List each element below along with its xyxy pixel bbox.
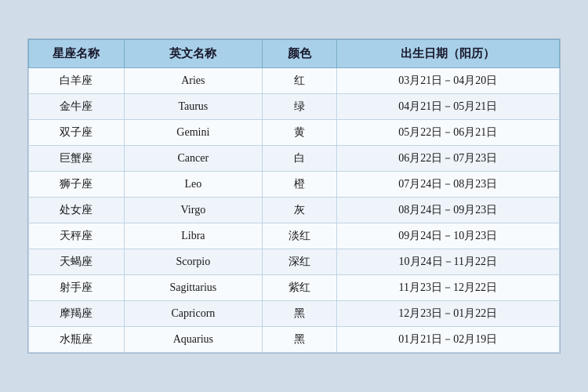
cell-date: 05月22日－06月21日	[336, 120, 559, 146]
cell-color: 深红	[262, 249, 336, 275]
table-row: 金牛座Taurus绿04月21日－05月21日	[29, 94, 560, 120]
cell-chinese: 双子座	[29, 120, 125, 146]
cell-date: 10月24日－11月22日	[336, 249, 559, 275]
cell-english: Scorpio	[124, 249, 262, 275]
cell-color: 紫红	[262, 275, 336, 301]
cell-date: 06月22日－07月23日	[336, 146, 559, 172]
cell-chinese: 狮子座	[29, 172, 125, 198]
cell-color: 灰	[262, 198, 336, 223]
cell-color: 黄	[262, 120, 336, 146]
table-row: 摩羯座Capricorn黑12月23日－01月22日	[29, 301, 560, 327]
cell-color: 黑	[262, 301, 336, 327]
cell-chinese: 处女座	[29, 198, 125, 223]
cell-color: 绿	[262, 94, 336, 120]
table-row: 水瓶座Aquarius黑01月21日－02月19日	[29, 327, 560, 353]
table-header-row: 星座名称 英文名称 颜色 出生日期（阳历）	[29, 40, 560, 68]
cell-color: 白	[262, 146, 336, 172]
header-date: 出生日期（阳历）	[336, 40, 559, 68]
zodiac-table: 星座名称 英文名称 颜色 出生日期（阳历） 白羊座Aries红03月21日－04…	[28, 39, 560, 353]
cell-chinese: 金牛座	[29, 94, 125, 120]
header-english: 英文名称	[124, 40, 262, 68]
cell-english: Taurus	[124, 94, 262, 120]
cell-chinese: 白羊座	[29, 68, 125, 94]
cell-english: Sagittarius	[124, 275, 262, 301]
table-row: 射手座Sagittarius紫红11月23日－12月22日	[29, 275, 560, 301]
cell-chinese: 水瓶座	[29, 327, 125, 353]
table-row: 处女座Virgo灰08月24日－09月23日	[29, 198, 560, 223]
cell-date: 09月24日－10月23日	[336, 223, 559, 249]
table-row: 狮子座Leo橙07月24日－08月23日	[29, 172, 560, 198]
cell-date: 12月23日－01月22日	[336, 301, 559, 327]
cell-chinese: 天蝎座	[29, 249, 125, 275]
cell-english: Aries	[124, 68, 262, 94]
table-row: 天秤座Libra淡红09月24日－10月23日	[29, 223, 560, 249]
table-row: 巨蟹座Cancer白06月22日－07月23日	[29, 146, 560, 172]
cell-chinese: 天秤座	[29, 223, 125, 249]
cell-date: 08月24日－09月23日	[336, 198, 559, 223]
cell-date: 11月23日－12月22日	[336, 275, 559, 301]
zodiac-table-container: 星座名称 英文名称 颜色 出生日期（阳历） 白羊座Aries红03月21日－04…	[27, 38, 561, 354]
cell-color: 橙	[262, 172, 336, 198]
cell-english: Libra	[124, 223, 262, 249]
header-chinese: 星座名称	[29, 40, 125, 68]
header-color: 颜色	[262, 40, 336, 68]
cell-color: 黑	[262, 327, 336, 353]
cell-date: 07月24日－08月23日	[336, 172, 559, 198]
cell-date: 03月21日－04月20日	[336, 68, 559, 94]
cell-english: Aquarius	[124, 327, 262, 353]
cell-english: Leo	[124, 172, 262, 198]
cell-date: 04月21日－05月21日	[336, 94, 559, 120]
cell-color: 红	[262, 68, 336, 94]
cell-date: 01月21日－02月19日	[336, 327, 559, 353]
cell-chinese: 摩羯座	[29, 301, 125, 327]
cell-color: 淡红	[262, 223, 336, 249]
cell-english: Cancer	[124, 146, 262, 172]
cell-chinese: 射手座	[29, 275, 125, 301]
table-row: 天蝎座Scorpio深红10月24日－11月22日	[29, 249, 560, 275]
cell-english: Gemini	[124, 120, 262, 146]
cell-chinese: 巨蟹座	[29, 146, 125, 172]
table-row: 双子座Gemini黄05月22日－06月21日	[29, 120, 560, 146]
cell-english: Capricorn	[124, 301, 262, 327]
cell-english: Virgo	[124, 198, 262, 223]
table-row: 白羊座Aries红03月21日－04月20日	[29, 68, 560, 94]
